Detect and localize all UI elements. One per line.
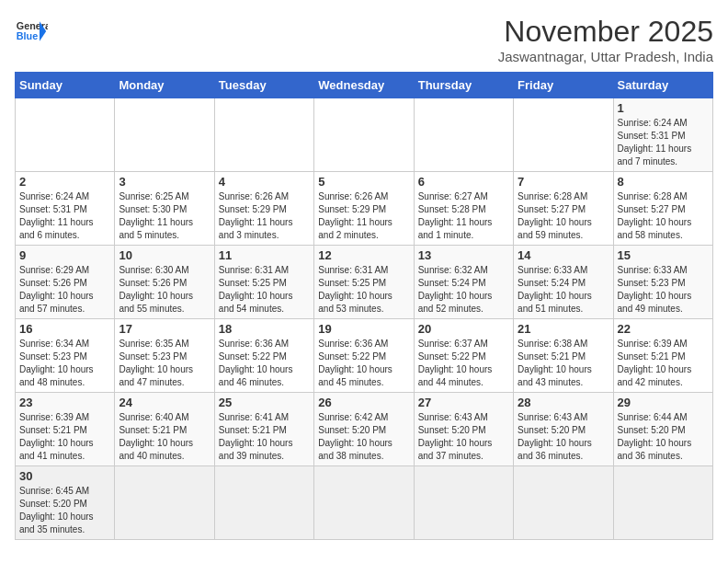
day-number: 11 (219, 248, 310, 262)
calendar-cell: 16Sunrise: 6:34 AM Sunset: 5:23 PM Dayli… (16, 319, 115, 393)
day-info: Sunrise: 6:35 AM Sunset: 5:23 PM Dayligh… (119, 338, 210, 389)
location-subtitle: Jaswantnagar, Uttar Pradesh, India (498, 49, 713, 64)
calendar-cell: 8Sunrise: 6:28 AM Sunset: 5:27 PM Daylig… (613, 172, 712, 246)
calendar-week-row: 30Sunrise: 6:45 AM Sunset: 5:20 PM Dayli… (16, 466, 713, 540)
calendar-cell (514, 466, 613, 540)
day-number: 25 (219, 396, 310, 409)
calendar-header-row: SundayMondayTuesdayWednesdayThursdayFrid… (16, 73, 713, 98)
calendar-cell: 27Sunrise: 6:43 AM Sunset: 5:20 PM Dayli… (414, 393, 513, 466)
day-number: 8 (618, 175, 709, 189)
calendar-cell (115, 98, 214, 172)
calendar-cell: 15Sunrise: 6:33 AM Sunset: 5:23 PM Dayli… (613, 246, 712, 319)
day-number: 16 (19, 322, 110, 336)
day-info: Sunrise: 6:36 AM Sunset: 5:22 PM Dayligh… (318, 338, 409, 389)
calendar-cell: 18Sunrise: 6:36 AM Sunset: 5:22 PM Dayli… (214, 319, 313, 393)
calendar-table: SundayMondayTuesdayWednesdayThursdayFrid… (15, 72, 713, 540)
calendar-cell (613, 466, 712, 540)
day-number: 30 (19, 469, 110, 483)
calendar-cell (314, 466, 414, 540)
calendar-week-row: 23Sunrise: 6:39 AM Sunset: 5:21 PM Dayli… (16, 393, 713, 466)
day-number: 5 (318, 175, 409, 189)
calendar-cell (514, 98, 613, 172)
day-info: Sunrise: 6:27 AM Sunset: 5:28 PM Dayligh… (418, 190, 509, 242)
day-info: Sunrise: 6:28 AM Sunset: 5:27 PM Dayligh… (618, 190, 709, 242)
logo: General Blue (15, 15, 48, 48)
title-block: November 2025 Jaswantnagar, Uttar Prades… (498, 15, 713, 64)
calendar-week-row: 9Sunrise: 6:29 AM Sunset: 5:26 PM Daylig… (16, 246, 713, 319)
calendar-cell: 25Sunrise: 6:41 AM Sunset: 5:21 PM Dayli… (214, 393, 313, 466)
calendar-cell: 1Sunrise: 6:24 AM Sunset: 5:31 PM Daylig… (613, 98, 712, 172)
calendar-cell (414, 98, 513, 172)
calendar-cell: 9Sunrise: 6:29 AM Sunset: 5:26 PM Daylig… (16, 246, 115, 319)
day-info: Sunrise: 6:28 AM Sunset: 5:27 PM Dayligh… (518, 190, 609, 242)
day-number: 13 (418, 248, 509, 262)
calendar-cell (16, 98, 115, 172)
calendar-cell: 4Sunrise: 6:26 AM Sunset: 5:29 PM Daylig… (214, 172, 313, 246)
day-number: 10 (119, 248, 210, 262)
day-info: Sunrise: 6:41 AM Sunset: 5:21 PM Dayligh… (219, 411, 310, 463)
day-number: 21 (518, 322, 609, 336)
calendar-cell: 7Sunrise: 6:28 AM Sunset: 5:27 PM Daylig… (514, 172, 613, 246)
day-number: 18 (219, 322, 310, 336)
day-info: Sunrise: 6:30 AM Sunset: 5:26 PM Dayligh… (119, 264, 210, 316)
day-of-week-header: Monday (115, 73, 214, 98)
day-number: 9 (19, 248, 110, 262)
day-info: Sunrise: 6:31 AM Sunset: 5:25 PM Dayligh… (318, 264, 409, 316)
day-of-week-header: Tuesday (214, 73, 313, 98)
day-of-week-header: Thursday (414, 73, 513, 98)
day-info: Sunrise: 6:39 AM Sunset: 5:21 PM Dayligh… (19, 411, 110, 463)
calendar-cell: 6Sunrise: 6:27 AM Sunset: 5:28 PM Daylig… (414, 172, 513, 246)
day-info: Sunrise: 6:32 AM Sunset: 5:24 PM Dayligh… (418, 264, 509, 316)
day-of-week-header: Friday (514, 73, 613, 98)
day-info: Sunrise: 6:42 AM Sunset: 5:20 PM Dayligh… (318, 411, 409, 463)
calendar-cell (214, 98, 313, 172)
day-of-week-header: Wednesday (314, 73, 414, 98)
day-number: 14 (518, 248, 609, 262)
day-info: Sunrise: 6:31 AM Sunset: 5:25 PM Dayligh… (219, 264, 310, 316)
calendar-week-row: 1Sunrise: 6:24 AM Sunset: 5:31 PM Daylig… (16, 98, 713, 172)
calendar-cell: 20Sunrise: 6:37 AM Sunset: 5:22 PM Dayli… (414, 319, 513, 393)
day-of-week-header: Sunday (16, 73, 115, 98)
day-info: Sunrise: 6:38 AM Sunset: 5:21 PM Dayligh… (518, 338, 609, 389)
calendar-cell: 13Sunrise: 6:32 AM Sunset: 5:24 PM Dayli… (414, 246, 513, 319)
day-number: 12 (318, 248, 409, 262)
day-number: 3 (119, 175, 210, 189)
day-info: Sunrise: 6:26 AM Sunset: 5:29 PM Dayligh… (318, 190, 409, 242)
day-number: 28 (518, 396, 609, 409)
day-number: 15 (618, 248, 709, 262)
calendar-cell: 22Sunrise: 6:39 AM Sunset: 5:21 PM Dayli… (613, 319, 712, 393)
day-info: Sunrise: 6:44 AM Sunset: 5:20 PM Dayligh… (618, 411, 709, 463)
logo-icon: General Blue (15, 15, 48, 48)
day-info: Sunrise: 6:24 AM Sunset: 5:31 PM Dayligh… (19, 190, 110, 242)
calendar-cell: 21Sunrise: 6:38 AM Sunset: 5:21 PM Dayli… (514, 319, 613, 393)
calendar-cell (115, 466, 214, 540)
calendar-cell: 11Sunrise: 6:31 AM Sunset: 5:25 PM Dayli… (214, 246, 313, 319)
calendar-cell (414, 466, 513, 540)
day-number: 4 (219, 175, 310, 189)
day-info: Sunrise: 6:26 AM Sunset: 5:29 PM Dayligh… (219, 190, 310, 242)
day-number: 1 (618, 101, 709, 115)
day-number: 2 (19, 175, 110, 189)
calendar-cell (214, 466, 313, 540)
day-info: Sunrise: 6:24 AM Sunset: 5:31 PM Dayligh… (618, 117, 709, 168)
day-info: Sunrise: 6:43 AM Sunset: 5:20 PM Dayligh… (418, 411, 509, 463)
day-info: Sunrise: 6:40 AM Sunset: 5:21 PM Dayligh… (119, 411, 210, 463)
day-number: 6 (418, 175, 509, 189)
calendar-cell: 10Sunrise: 6:30 AM Sunset: 5:26 PM Dayli… (115, 246, 214, 319)
calendar-cell: 12Sunrise: 6:31 AM Sunset: 5:25 PM Dayli… (314, 246, 414, 319)
day-of-week-header: Saturday (613, 73, 712, 98)
day-info: Sunrise: 6:36 AM Sunset: 5:22 PM Dayligh… (219, 338, 310, 389)
page-header: General Blue November 2025 Jaswantnagar,… (15, 15, 713, 64)
calendar-cell: 5Sunrise: 6:26 AM Sunset: 5:29 PM Daylig… (314, 172, 414, 246)
calendar-cell: 19Sunrise: 6:36 AM Sunset: 5:22 PM Dayli… (314, 319, 414, 393)
calendar-week-row: 2Sunrise: 6:24 AM Sunset: 5:31 PM Daylig… (16, 172, 713, 246)
calendar-cell: 28Sunrise: 6:43 AM Sunset: 5:20 PM Dayli… (514, 393, 613, 466)
day-number: 19 (318, 322, 409, 336)
calendar-cell: 2Sunrise: 6:24 AM Sunset: 5:31 PM Daylig… (16, 172, 115, 246)
calendar-cell: 3Sunrise: 6:25 AM Sunset: 5:30 PM Daylig… (115, 172, 214, 246)
calendar-cell (314, 98, 414, 172)
calendar-cell: 23Sunrise: 6:39 AM Sunset: 5:21 PM Dayli… (16, 393, 115, 466)
day-info: Sunrise: 6:25 AM Sunset: 5:30 PM Dayligh… (119, 190, 210, 242)
day-number: 20 (418, 322, 509, 336)
day-number: 23 (19, 396, 110, 409)
